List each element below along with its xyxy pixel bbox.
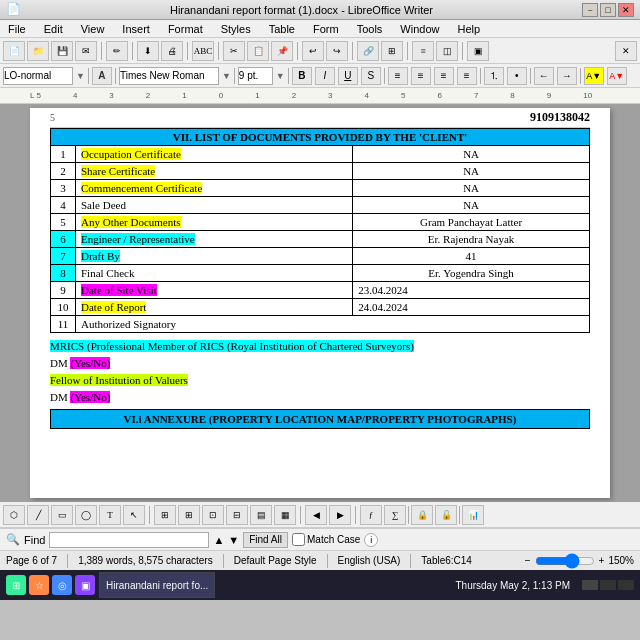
italic-btn[interactable]: I — [315, 67, 335, 85]
document-page[interactable]: 5 9109138042 VII. LIST OF DOCUMENTS PROV… — [30, 108, 610, 498]
sidebar-btn[interactable]: ▣ — [467, 41, 489, 61]
menu-edit[interactable]: Edit — [40, 22, 67, 36]
label-highlight: Engineer / Representative — [81, 233, 195, 245]
zoom-out-icon[interactable]: − — [525, 555, 531, 566]
draw6[interactable]: ▦ — [274, 505, 296, 525]
redo-btn[interactable]: ↪ — [326, 41, 348, 61]
edit-mode-btn[interactable]: ✏ — [106, 41, 128, 61]
insert-btn[interactable]: ∑ — [384, 505, 406, 525]
find-up-icon[interactable]: ▲ — [213, 534, 224, 546]
row-num: 1 — [51, 146, 76, 163]
undo-btn[interactable]: ↩ — [302, 41, 324, 61]
justify-btn[interactable]: ≡ — [457, 67, 477, 85]
chart-btn[interactable]: 📊 — [462, 505, 484, 525]
status-sep — [223, 554, 224, 568]
ellipse-btn[interactable]: ◯ — [75, 505, 97, 525]
label-cell: Draft By — [76, 248, 353, 265]
align-right-btn[interactable]: ≡ — [434, 67, 454, 85]
taskbar-writer-item[interactable]: Hiranandani report fo... — [99, 572, 215, 598]
nav-next[interactable]: ▶ — [329, 505, 351, 525]
indent-dec-btn[interactable]: ← — [534, 67, 554, 85]
draw4[interactable]: ⊟ — [226, 505, 248, 525]
spell-btn[interactable]: ABC — [192, 41, 214, 61]
ruler-mark: 1 — [182, 91, 186, 100]
indent-inc-btn[interactable]: → — [557, 67, 577, 85]
menu-styles[interactable]: Styles — [217, 22, 255, 36]
table-btn[interactable]: ⊞ — [381, 41, 403, 61]
match-case-checkbox[interactable] — [292, 533, 305, 546]
find-all-button[interactable]: Find All — [243, 532, 288, 548]
formula-btn[interactable]: ƒ — [360, 505, 382, 525]
sep8 — [462, 42, 463, 60]
close-doc-btn[interactable]: ✕ — [615, 41, 637, 61]
shadow-btn[interactable]: S — [361, 67, 381, 85]
font-color-btn[interactable]: A — [92, 67, 112, 85]
text-btn[interactable]: T — [99, 505, 121, 525]
find-info-btn[interactable]: i — [364, 533, 378, 547]
open-btn[interactable]: 📁 — [27, 41, 49, 61]
close-button[interactable]: ✕ — [618, 3, 634, 17]
menu-table[interactable]: Table — [265, 22, 299, 36]
document-area[interactable]: 5 9109138042 VII. LIST OF DOCUMENTS PROV… — [0, 104, 640, 502]
bold-btn[interactable]: B — [292, 67, 312, 85]
lock-btn[interactable]: 🔒 — [411, 505, 433, 525]
align-center-btn[interactable]: ≡ — [411, 67, 431, 85]
save-btn[interactable]: 💾 — [51, 41, 73, 61]
maximize-button[interactable]: □ — [600, 3, 616, 17]
show-changes-btn[interactable]: ≡ — [412, 41, 434, 61]
menu-window[interactable]: Window — [396, 22, 443, 36]
statusbar: Page 6 of 7 1,389 words, 8,575 character… — [0, 550, 640, 570]
export-pdf-btn[interactable]: ⬇ — [137, 41, 159, 61]
find-down-icon[interactable]: ▼ — [228, 534, 239, 546]
navigator-btn[interactable]: ◫ — [436, 41, 458, 61]
menu-format[interactable]: Format — [164, 22, 207, 36]
menu-form[interactable]: Form — [309, 22, 343, 36]
font-color-picker-btn[interactable]: A▼ — [607, 67, 627, 85]
table-row: 3 Commencement Certificate NA — [51, 180, 590, 197]
bullets-btn[interactable]: • — [507, 67, 527, 85]
paste-btn[interactable]: 📌 — [271, 41, 293, 61]
task-icon-2[interactable]: ☆ — [29, 575, 49, 595]
draw1[interactable]: ⊞ — [154, 505, 176, 525]
row-num: 4 — [51, 197, 76, 214]
menu-insert[interactable]: Insert — [118, 22, 154, 36]
task-icon-4[interactable]: ▣ — [75, 575, 95, 595]
table-row: 8 Final Check Er. Yogendra Singh — [51, 265, 590, 282]
select-btn[interactable]: ⬡ — [3, 505, 25, 525]
numbering-btn[interactable]: ⒈ — [484, 67, 504, 85]
font-select[interactable] — [119, 67, 219, 85]
find-input[interactable] — [49, 532, 209, 548]
new-btn[interactable]: 📄 — [3, 41, 25, 61]
minimize-button[interactable]: − — [582, 3, 598, 17]
nav-prev[interactable]: ◀ — [305, 505, 327, 525]
menu-help[interactable]: Help — [453, 22, 484, 36]
menu-view[interactable]: View — [77, 22, 109, 36]
menu-tools[interactable]: Tools — [353, 22, 387, 36]
horizontal-ruler: L 5 4 3 2 1 0 1 2 3 4 5 6 7 8 9 10 — [0, 88, 640, 104]
zoom-in-icon[interactable]: + — [599, 555, 605, 566]
align-left-btn[interactable]: ≡ — [388, 67, 408, 85]
print-btn[interactable]: 🖨 — [161, 41, 183, 61]
task-icon-1[interactable]: ⊞ — [6, 575, 26, 595]
font-size-select[interactable] — [238, 67, 273, 85]
draw2[interactable]: ⊞ — [178, 505, 200, 525]
task-icon-3[interactable]: ◎ — [52, 575, 72, 595]
style-select[interactable] — [3, 67, 73, 85]
sep7 — [407, 42, 408, 60]
cursor-btn[interactable]: ↖ — [123, 505, 145, 525]
menu-file[interactable]: File — [4, 22, 30, 36]
draw5[interactable]: ▤ — [250, 505, 272, 525]
format-toolbar: ▼ A ▼ ▼ B I U S ≡ ≡ ≡ ≡ ⒈ • ← → A▼ A▼ — [0, 64, 640, 88]
hyperlink-btn[interactable]: 🔗 — [357, 41, 379, 61]
char-highlight-btn[interactable]: A▼ — [584, 67, 604, 85]
email-btn[interactable]: ✉ — [75, 41, 97, 61]
draw3[interactable]: ⊡ — [202, 505, 224, 525]
cut-btn[interactable]: ✂ — [223, 41, 245, 61]
page-row-num: 5 — [50, 112, 55, 123]
copy-btn[interactable]: 📋 — [247, 41, 269, 61]
underline-btn[interactable]: U — [338, 67, 358, 85]
rect-btn[interactable]: ▭ — [51, 505, 73, 525]
zoom-slider[interactable] — [535, 557, 595, 565]
lock2-btn[interactable]: 🔓 — [435, 505, 457, 525]
line-btn[interactable]: ╱ — [27, 505, 49, 525]
